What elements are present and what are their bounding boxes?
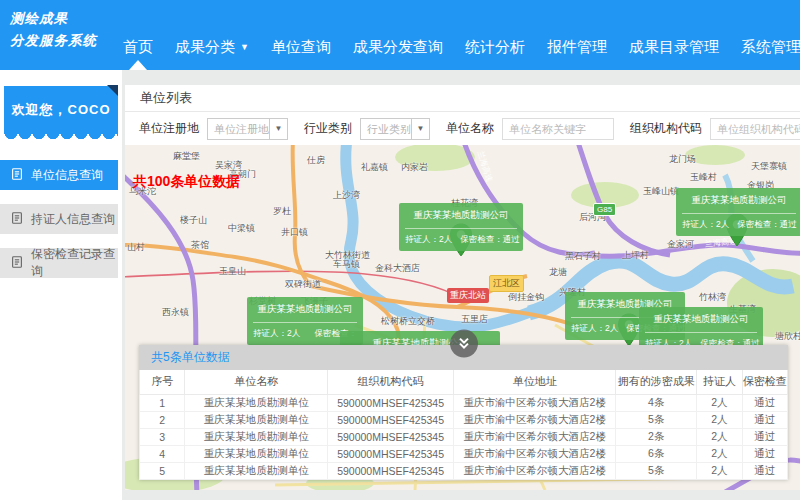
nav-item-1[interactable]: 成果分类▼ — [164, 24, 260, 70]
table-cell: 6条 — [616, 445, 697, 462]
nav-item-label: 统计分析 — [465, 38, 525, 57]
table-cell: 2人 — [697, 411, 742, 428]
industry-select[interactable]: 行业类别 ▼ — [360, 118, 430, 140]
sidebar-item-label: 单位信息查询 — [31, 167, 103, 184]
table-cell: 1 — [140, 394, 185, 411]
document-icon — [10, 255, 31, 272]
table-row[interactable]: 2重庆某某地质勘测单位590000MHSEF425345重庆市渝中区希尔顿大酒店… — [140, 411, 788, 428]
unit-marker-card-1[interactable]: 重庆某某地质勘测公司持证人：2人保密检查：通过 — [676, 188, 800, 236]
nav-item-3[interactable]: 成果分发查询 — [342, 24, 454, 70]
map-place-label: 麻堂堡 — [173, 150, 200, 163]
sidebar-item-1[interactable]: 持证人信息查询 — [0, 204, 118, 234]
double-chevron-down-icon — [456, 336, 472, 352]
security-check-status: 保密检查：通过 — [737, 219, 797, 231]
map-place-label: 井口镇 — [281, 226, 308, 239]
table-cell: 通过 — [742, 462, 787, 479]
welcome-card: 欢迎您，COCO — [4, 86, 118, 134]
map-place-label: 罗杜 — [273, 205, 291, 218]
nav-item-label: 成果分类 — [175, 38, 235, 57]
table-cell: 通过 — [742, 445, 787, 462]
logo-line1: 测绘成果 — [10, 8, 97, 30]
map-place-label: 松树桥立交桥 — [381, 315, 435, 328]
chevron-down-icon: ▼ — [411, 119, 429, 139]
table-cell: 590000MHSEF425345 — [327, 462, 453, 479]
sidebar-item-label: 持证人信息查询 — [31, 211, 115, 228]
nav-item-0[interactable]: 首页 — [112, 24, 164, 70]
table-cell: 重庆市渝中区希尔顿大酒店2楼 — [454, 411, 616, 428]
document-icon — [10, 211, 31, 228]
document-icon — [10, 167, 31, 184]
sidebar: 欢迎您，COCO 单位信息查询持证人信息查询保密检查记录查询 — [0, 70, 122, 500]
chevron-down-icon: ▼ — [269, 119, 287, 139]
map-place-label: 楼子山 — [180, 214, 207, 227]
unit-marker-card-0[interactable]: 重庆某某地质勘测公司持证人：2人保密检查：通过 — [399, 203, 523, 251]
map-place-label: 礼嘉镇 — [361, 161, 388, 174]
unit-table: 序号单位名称组织机构代码单位地址拥有的涉密成果持证人保密检查1重庆某某地质勘测单… — [139, 370, 788, 480]
table-cell: 重庆某某地质勘测单位 — [185, 462, 328, 479]
region-select[interactable]: 单位注册地 ▼ — [207, 118, 288, 140]
table-row[interactable]: 4重庆某某地质勘测单位590000MHSEF425345重庆市渝中区希尔顿大酒店… — [140, 445, 788, 462]
map-place-label: 上坪村 — [622, 249, 649, 262]
map-place-label: 西永镇 — [162, 306, 189, 319]
card-scallop-edge — [4, 133, 118, 141]
table-cell: 重庆市渝中区希尔顿大酒店2楼 — [454, 462, 616, 479]
nav-item-label: 报件管理 — [547, 38, 607, 57]
table-cell: 重庆市渝中区希尔顿大酒店2楼 — [454, 428, 616, 445]
nav-item-label: 系统管理 — [741, 38, 800, 57]
nav-item-4[interactable]: 统计分析 — [454, 24, 536, 70]
table-cell: 4条 — [616, 394, 697, 411]
holder-count: 持证人：2人 — [682, 219, 729, 231]
org-code-label: 组织机构代码 — [630, 120, 702, 137]
page-title: 单位列表 — [140, 89, 192, 107]
app-header: 测绘成果 分发服务系统 首页成果分类▼单位查询成果分发查询统计分析报件管理成果目… — [0, 0, 800, 70]
table-cell: 2人 — [697, 394, 742, 411]
table-cell: 590000MHSEF425345 — [327, 411, 453, 428]
map-place-label: 玉皇山 — [219, 265, 246, 278]
map-canvas[interactable]: 共100条单位数据 麻堂堡吴家湾高朝门仕房礼嘉镇内家岩上沙湾桂花湾乌米沱罗杜楼子… — [125, 145, 800, 490]
sidebar-item-0[interactable]: 单位信息查询 — [0, 160, 118, 190]
map-place-label: 五里店 — [461, 313, 488, 326]
holder-count: 持证人：2人 — [571, 323, 618, 335]
table-header-row: 序号单位名称组织机构代码单位地址拥有的涉密成果持证人保密检查 — [140, 370, 788, 394]
table-cell: 通过 — [742, 428, 787, 445]
table-cell: 3 — [140, 428, 185, 445]
nav-item-label: 成果目录管理 — [629, 38, 719, 57]
sidebar-item-2[interactable]: 保密检查记录查询 — [0, 248, 118, 278]
nav-item-5[interactable]: 报件管理 — [536, 24, 618, 70]
table-cell: 590000MHSEF425345 — [327, 394, 453, 411]
column-header: 保密检查 — [742, 370, 787, 394]
table-cell: 重庆某某地质勘测单位 — [185, 428, 328, 445]
security-check-status: 保密检查：通过 — [460, 234, 520, 246]
column-header: 持证人 — [697, 370, 742, 394]
table-cell: 2条 — [616, 428, 697, 445]
map-place-label: 玉峰山镇 — [643, 185, 679, 198]
table-cell: 5 — [140, 462, 185, 479]
map-place-label: 双碑街道 — [285, 278, 321, 291]
main-content: 单位列表 单位注册地 单位注册地 ▼ 行业类别 行业类别 ▼ 单位名称 组织机构… — [125, 70, 800, 500]
road-number-badge: G85 — [593, 203, 616, 216]
nav-item-6[interactable]: 成果目录管理 — [618, 24, 730, 70]
logo-line2: 分发服务系统 — [10, 30, 97, 52]
station-badge: 重庆北站 — [447, 288, 489, 303]
table-cell: 2人 — [697, 428, 742, 445]
nav-item-7[interactable]: 系统管理 — [730, 24, 800, 70]
table-cell: 重庆某某地质勘测单位 — [185, 411, 328, 428]
table-row[interactable]: 1重庆某某地质勘测单位590000MHSEF425345重庆市渝中区希尔顿大酒店… — [140, 394, 788, 411]
nav-item-2[interactable]: 单位查询 — [260, 24, 342, 70]
table-row[interactable]: 5重庆某某地质勘测单位590000MHSEF425345重庆市渝中区希尔顿大酒店… — [140, 462, 788, 479]
industry-select-placeholder: 行业类别 — [361, 119, 411, 139]
table-cell: 5条 — [616, 411, 697, 428]
table-row[interactable]: 3重庆某某地质勘测单位590000MHSEF425345重庆市渝中区希尔顿大酒店… — [140, 428, 788, 445]
column-header: 拥有的涉密成果 — [616, 370, 697, 394]
unit-name-input[interactable] — [502, 118, 614, 140]
results-count: 共5条单位数据 — [151, 349, 230, 366]
map-total-count: 共100条单位数据 — [133, 173, 240, 191]
column-header: 序号 — [140, 370, 185, 394]
collapse-panel-button[interactable] — [450, 330, 478, 358]
column-header: 组织机构代码 — [327, 370, 453, 394]
map-place-label: 玉峰村 — [690, 171, 717, 184]
results-panel: 共5条单位数据 序号单位名称组织机构代码单位地址拥有的涉密成果持证人保密检查1重… — [139, 345, 788, 480]
column-header: 单位地址 — [454, 370, 616, 394]
marker-card-divider — [682, 213, 796, 214]
org-code-input[interactable] — [710, 118, 800, 140]
